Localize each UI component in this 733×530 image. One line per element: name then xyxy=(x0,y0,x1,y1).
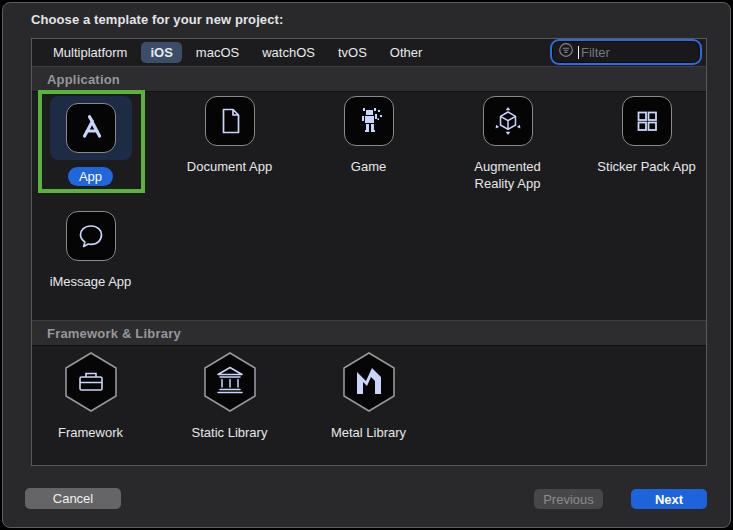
filter-funnel-icon xyxy=(557,41,575,63)
template-imessage-app[interactable]: iMessage App xyxy=(21,211,160,291)
message-bubble-icon xyxy=(66,211,116,261)
ar-cube-icon xyxy=(483,96,533,146)
section-header-application: Application xyxy=(32,66,706,92)
application-templates-row-2: iMessage App xyxy=(21,211,160,291)
game-sprite-icon xyxy=(344,96,394,146)
toolbox-hexagon-icon xyxy=(62,351,120,417)
previous-button[interactable]: Previous xyxy=(534,489,603,509)
tab-tvos[interactable]: tvOS xyxy=(329,42,376,63)
template-sticker-pack-app[interactable]: Sticker Pack App xyxy=(577,96,716,193)
template-chooser-panel: Multiplatform iOS macOS watchOS tvOS Oth… xyxy=(31,38,707,466)
cancel-button[interactable]: Cancel xyxy=(25,488,121,509)
metal-m-hexagon-icon xyxy=(340,351,398,417)
template-label: Static Library xyxy=(192,425,268,442)
application-templates-row-1: App Document App xyxy=(21,96,716,193)
tab-other[interactable]: Other xyxy=(381,42,432,63)
template-label: Augmented Reality App xyxy=(469,159,547,193)
template-label: Game xyxy=(351,159,386,176)
tab-watchos[interactable]: watchOS xyxy=(253,42,324,63)
template-document-app[interactable]: Document App xyxy=(160,96,299,193)
template-label-app: App xyxy=(68,167,113,186)
next-button[interactable]: Next xyxy=(631,489,707,509)
template-label: Metal Library xyxy=(331,425,406,442)
template-label: Document App xyxy=(187,159,272,176)
text-caret xyxy=(578,46,579,59)
template-app[interactable]: App xyxy=(21,96,160,193)
platform-tab-bar: Multiplatform iOS macOS watchOS tvOS Oth… xyxy=(32,39,706,67)
app-store-icon xyxy=(66,103,116,153)
template-static-library[interactable]: Static Library xyxy=(160,351,299,442)
filter-placeholder: Filter xyxy=(581,45,610,60)
document-icon xyxy=(205,96,255,146)
new-project-template-dialog: Choose a template for your new project: … xyxy=(2,2,731,528)
selected-template-highlight xyxy=(50,96,132,160)
library-building-hexagon-icon xyxy=(201,351,259,417)
filter-input[interactable]: Filter xyxy=(553,42,699,62)
dialog-title: Choose a template for your new project: xyxy=(31,12,283,27)
tab-macos[interactable]: macOS xyxy=(187,42,248,63)
tab-multiplatform[interactable]: Multiplatform xyxy=(44,42,136,63)
sticker-grid-icon xyxy=(622,96,672,146)
framework-templates-row: Framework Static Library xyxy=(21,351,438,442)
template-label: Framework xyxy=(58,425,123,442)
template-metal-library[interactable]: Metal Library xyxy=(299,351,438,442)
template-label: Sticker Pack App xyxy=(597,159,695,176)
tab-ios[interactable]: iOS xyxy=(141,42,181,63)
template-game[interactable]: Game xyxy=(299,96,438,193)
template-label: iMessage App xyxy=(50,274,132,291)
template-framework[interactable]: Framework xyxy=(21,351,160,442)
template-augmented-reality-app[interactable]: Augmented Reality App xyxy=(438,96,577,193)
section-header-framework-library: Framework & Library xyxy=(32,320,706,346)
